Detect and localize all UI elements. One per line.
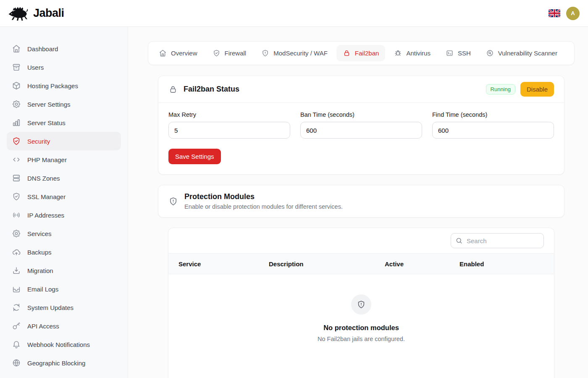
sidebar-item-api-access[interactable]: API Access	[7, 317, 121, 335]
empty-state: No protection modules No Fail2ban jails …	[168, 274, 554, 378]
sidebar-item-system-updates[interactable]: System Updates	[7, 298, 121, 317]
column-header-service: Service	[178, 260, 269, 268]
tab-vulnerability-scanner[interactable]: Vulnerability Scanner	[480, 45, 564, 61]
shield-check-icon	[12, 192, 21, 201]
sidebar-item-server-status[interactable]: Server Status	[7, 113, 121, 132]
modules-title: Protection Modules	[184, 192, 343, 201]
ban-time-input[interactable]	[300, 122, 422, 139]
sidebar-item-label: API Access	[27, 323, 59, 330]
bell-icon	[12, 340, 21, 349]
package-icon	[12, 81, 21, 90]
sidebar-item-hosting-packages[interactable]: Hosting Packages	[7, 76, 121, 95]
table-header-row: Service Description Active Enabled	[168, 253, 554, 274]
gear-icon	[12, 100, 21, 109]
sidebar-item-label: Hosting Packages	[27, 82, 78, 89]
empty-state-title: No protection modules	[168, 324, 554, 332]
terminal-icon	[446, 49, 454, 57]
sidebar-item-services[interactable]: Services	[7, 224, 121, 243]
top-bar: Jabali A	[0, 0, 588, 27]
shield-alert-icon	[261, 49, 269, 57]
shield-alert-icon	[351, 294, 371, 315]
shield-check-icon	[12, 136, 21, 146]
refresh-icon	[12, 303, 21, 312]
sidebar-item-backups[interactable]: Backups	[7, 243, 121, 261]
cloud-upload-icon	[12, 247, 21, 257]
max-retry-input[interactable]	[168, 122, 290, 139]
sidebar-item-dashboard[interactable]: Dashboard	[7, 39, 121, 58]
disable-button[interactable]: Disable	[520, 82, 554, 97]
tab-label: SSH	[458, 50, 471, 57]
sidebar-item-label: IP Addresses	[27, 212, 64, 219]
sidebar-item-label: Migration	[27, 267, 53, 274]
home-icon	[12, 44, 21, 53]
sidebar-item-server-settings[interactable]: Server Settings	[7, 95, 121, 113]
sidebar-item-label: Security	[27, 138, 50, 145]
home-icon	[159, 49, 167, 57]
modules-table-card: Service Description Active Enabled No pr…	[168, 228, 554, 378]
sidebar-item-php-manager[interactable]: PHP Manager	[7, 150, 121, 169]
sidebar-item-label: Geographic Blocking	[27, 360, 85, 367]
sidebar-item-label: Server Settings	[27, 101, 71, 108]
ban-time-field-group: Ban Time (seconds)	[300, 111, 422, 139]
save-settings-button[interactable]: Save Settings	[168, 149, 221, 164]
search-box	[451, 233, 544, 248]
brand-logo[interactable]: Jabali	[8, 6, 64, 21]
find-time-label: Find Time (seconds)	[432, 111, 554, 118]
max-retry-field-group: Max Retry	[168, 111, 290, 139]
empty-state-subtitle: No Fail2ban jails are configured.	[168, 336, 554, 342]
search-input[interactable]	[451, 233, 544, 248]
protection-modules-card: Protection Modules Enable or disable pro…	[158, 185, 564, 218]
sidebar-item-users[interactable]: Users	[7, 58, 121, 76]
column-header-description: Description	[269, 260, 385, 268]
sidebar-item-geographic-blocking[interactable]: Geographic Blocking	[7, 354, 121, 372]
bar-chart-icon	[12, 118, 21, 127]
shield-check-icon	[213, 49, 220, 57]
sidebar-item-ip-addresses[interactable]: IP Addresses	[7, 206, 121, 224]
sidebar-item-ssl-manager[interactable]: SSL Manager	[7, 187, 121, 206]
sidebar-item-label: DNS Zones	[27, 175, 60, 182]
bug-icon	[394, 49, 402, 57]
column-header-active: Active	[385, 260, 459, 268]
column-header-enabled: Enabled	[459, 260, 544, 268]
sidebar-item-label: PHP Manager	[27, 156, 67, 163]
scan-icon	[486, 49, 494, 57]
brand-name: Jabali	[33, 7, 64, 20]
sidebar-item-migration[interactable]: Migration	[7, 261, 121, 280]
tab-overview[interactable]: Overview	[152, 45, 204, 61]
user-avatar[interactable]: A	[566, 7, 580, 20]
sidebar-item-webhook-notifications[interactable]: Webhook Notifications	[7, 335, 121, 354]
tab-label: Vulnerability Scanner	[498, 50, 557, 57]
sidebar-item-label: Server Status	[27, 119, 66, 126]
status-badge: Running	[486, 84, 515, 94]
search-icon	[455, 237, 463, 244]
key-icon	[12, 321, 21, 331]
lock-icon	[343, 49, 351, 57]
shield-alert-icon	[168, 197, 178, 206]
tab-label: Firewall	[225, 50, 247, 57]
sidebar-item-security[interactable]: Security	[7, 132, 121, 150]
fail2ban-status-card: Fail2ban Status Running Disable Max Retr…	[158, 76, 564, 175]
tab-label: Antivirus	[406, 50, 430, 57]
sidebar: Dashboard Users Hosting Packages Server …	[0, 27, 128, 378]
inbox-icon	[12, 284, 21, 294]
tab-fail2ban[interactable]: Fail2ban	[336, 45, 386, 61]
sidebar-item-label: Webhook Notifications	[27, 341, 90, 348]
tab-firewall[interactable]: Firewall	[206, 45, 253, 61]
tab-label: Fail2ban	[355, 50, 379, 57]
sidebar-item-dns-zones[interactable]: DNS Zones	[7, 169, 121, 187]
uk-flag-icon[interactable]	[549, 9, 560, 17]
code-icon	[12, 155, 21, 164]
sidebar-item-label: Services	[27, 230, 52, 237]
tab-antivirus[interactable]: Antivirus	[388, 45, 437, 61]
sidebar-item-label: Dashboard	[27, 45, 58, 52]
sidebar-item-email-logs[interactable]: Email Logs	[7, 280, 121, 298]
globe-icon	[12, 358, 21, 368]
tab-ssh[interactable]: SSH	[439, 45, 477, 61]
download-icon	[12, 266, 21, 275]
find-time-input[interactable]	[432, 122, 554, 139]
ban-time-label: Ban Time (seconds)	[300, 111, 422, 118]
sidebar-item-label: Email Logs	[27, 286, 58, 293]
find-time-field-group: Find Time (seconds)	[432, 111, 554, 139]
tab-modsecurity-waf[interactable]: ModSecurity / WAF	[255, 45, 334, 61]
archive-icon	[12, 63, 21, 72]
